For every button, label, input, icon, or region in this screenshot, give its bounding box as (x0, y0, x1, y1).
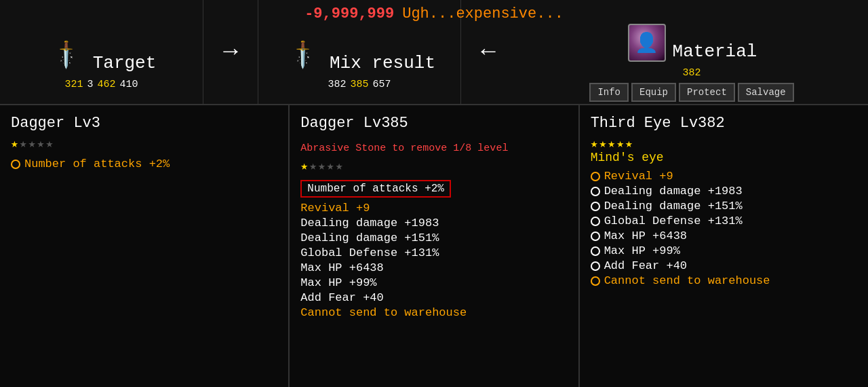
right-stat-1: Revival +9 (591, 170, 857, 183)
star-4: ★ (616, 136, 624, 151)
right-stat-8-text: Cannot send to warehouse (604, 274, 770, 287)
star-2: ★ (309, 158, 317, 173)
top-bar: -9,999,999 Ugh...expensive... 🗡️ Target … (0, 0, 868, 105)
arrow-right-icon: → (223, 38, 238, 66)
protect-button[interactable]: Protect (679, 83, 735, 102)
right-stat-2-text: Dealing damage +1983 (604, 185, 743, 198)
material-stat-1: 382 (682, 67, 701, 79)
middle-stat-2: Revival +9 (300, 202, 567, 215)
target-stat-4: 410 (120, 79, 138, 90)
circle-icon-7 (591, 261, 600, 271)
mix-sword-icon: 🗡️ (288, 38, 321, 71)
avatar-icon (628, 24, 666, 62)
middle-panel: Dagger Lv385 Abrasive Stone to remove 1/… (290, 105, 579, 387)
mix-stat-2: 385 (350, 79, 368, 90)
circle-icon-5 (591, 232, 600, 241)
star-5: ★ (625, 136, 633, 151)
stat-2-text: Revival +9 (300, 202, 370, 215)
right-panel-title: Third Eye Lv382 (591, 115, 857, 132)
stat-5-text: Global Defense +131% (300, 246, 439, 259)
mix-stat-3: 657 (373, 79, 391, 90)
middle-stat-3: Dealing damage +1983 (300, 217, 567, 229)
middle-panel-subtitle: Abrasive Stone to remove 1/8 level (300, 143, 508, 154)
target-item-row: 🗡️ Target (47, 34, 157, 76)
middle-stats-list: Number of attacks +2% Revival +9 Dealing… (300, 180, 567, 319)
highlighted-stat-text: Number of attacks +2% (307, 183, 444, 195)
target-stats: 321 3 462 410 (64, 79, 138, 90)
circle-icon-6 (591, 246, 600, 256)
mix-label: Mix result (330, 53, 435, 73)
circle-icon-4 (591, 217, 600, 226)
cost-display: -9,999,999 Ugh...expensive... (304, 5, 564, 22)
star-2: ★ (20, 136, 27, 151)
equip-button[interactable]: Equip (631, 83, 676, 102)
middle-title-row: Dagger Lv385 Abrasive Stone to remove 1/… (300, 115, 567, 154)
middle-stat-highlight: Number of attacks +2% (300, 180, 451, 198)
info-button[interactable]: Info (589, 83, 629, 102)
right-stat-3-text: Dealing damage +151% (604, 200, 743, 213)
circle-icon-3 (591, 202, 600, 211)
stat-9-text: Cannot send to warehouse (300, 306, 467, 319)
right-stat-5: Max HP +6438 (591, 229, 857, 242)
arrow-right-column: → (203, 0, 258, 104)
middle-stat-6: Max HP +6438 (300, 261, 567, 274)
right-stat-7: Add Fear +40 (591, 259, 857, 272)
right-stat-6: Max HP +99% (591, 244, 857, 257)
material-item-row: Material (627, 22, 757, 64)
material-stats: 382 (682, 67, 701, 79)
right-panel: Third Eye Lv382 ★ ★ ★ ★ ★ Mind's eye Rev… (580, 105, 868, 387)
right-stats-list: Revival +9 Dealing damage +1983 Dealing … (591, 170, 857, 287)
middle-stars: ★ ★ ★ ★ ★ (300, 158, 567, 173)
right-subtitle: Mind's eye (591, 151, 857, 164)
circle-icon-2 (591, 187, 600, 196)
main-content: Dagger Lv3 ★ ★ ★ ★ ★ Number of attacks +… (0, 105, 868, 387)
stat-3-text: Dealing damage +1983 (300, 217, 439, 229)
star-3: ★ (318, 158, 326, 173)
right-stat-8: Cannot send to warehouse (591, 274, 857, 287)
circle-icon (11, 160, 20, 169)
right-stat-1-text: Revival +9 (604, 170, 673, 183)
middle-stat-9: Cannot send to warehouse (300, 306, 567, 319)
star-3: ★ (28, 136, 36, 151)
cost-amount: -9,999,999 (304, 5, 394, 22)
right-stat-3: Dealing damage +151% (591, 200, 857, 213)
target-stat-1: 321 (64, 79, 83, 90)
middle-stat-8: Add Fear +40 (300, 291, 567, 304)
left-panel-title: Dagger Lv3 (11, 115, 277, 132)
middle-stat-7: Max HP +99% (300, 276, 567, 289)
sword-icon: 🗡️ (50, 38, 83, 71)
target-stat-3: 462 (98, 79, 116, 90)
mix-stats: 382 385 657 (328, 79, 391, 90)
cost-message: Ugh...expensive... (402, 5, 564, 22)
right-stat-6-text: Max HP +99% (604, 244, 680, 257)
action-buttons: Info Equip Protect Salvage (589, 83, 793, 102)
left-stat-1: Number of attacks +2% (11, 158, 277, 170)
middle-stat-5: Global Defense +131% (300, 246, 567, 259)
star-4: ★ (37, 136, 45, 151)
left-stats-list: Number of attacks +2% (11, 158, 277, 170)
stat-7-text: Max HP +99% (300, 276, 376, 289)
star-2: ★ (599, 136, 607, 151)
target-item-icon: 🗡️ (47, 34, 87, 75)
mix-item-icon: 🗡️ (283, 34, 324, 75)
star-1: ★ (591, 136, 598, 151)
right-stars: ★ ★ ★ ★ ★ (591, 136, 857, 151)
circle-icon-1 (591, 172, 600, 181)
stat-4-text: Dealing damage +151% (300, 232, 439, 244)
target-label: Target (93, 53, 157, 73)
salvage-button[interactable]: Salvage (738, 83, 794, 102)
circle-icon-8 (591, 276, 600, 286)
material-column: Material 382 Info Equip Protect Salvage (515, 0, 868, 104)
right-stat-4: Global Defense +131% (591, 215, 857, 227)
left-stars: ★ ★ ★ ★ ★ (11, 136, 277, 151)
stat-6-text: Max HP +6438 (300, 261, 383, 274)
stat-8-text: Add Fear +40 (300, 291, 383, 304)
middle-stat-4: Dealing damage +151% (300, 232, 567, 244)
target-column: 🗡️ Target 321 3 462 410 (0, 0, 203, 104)
right-stat-5-text: Max HP +6438 (604, 229, 687, 242)
star-4: ★ (327, 158, 334, 173)
material-label: Material (673, 41, 757, 62)
star-5: ★ (336, 158, 343, 173)
star-1: ★ (11, 136, 18, 151)
left-stat-1-text: Number of attacks +2% (24, 158, 170, 170)
